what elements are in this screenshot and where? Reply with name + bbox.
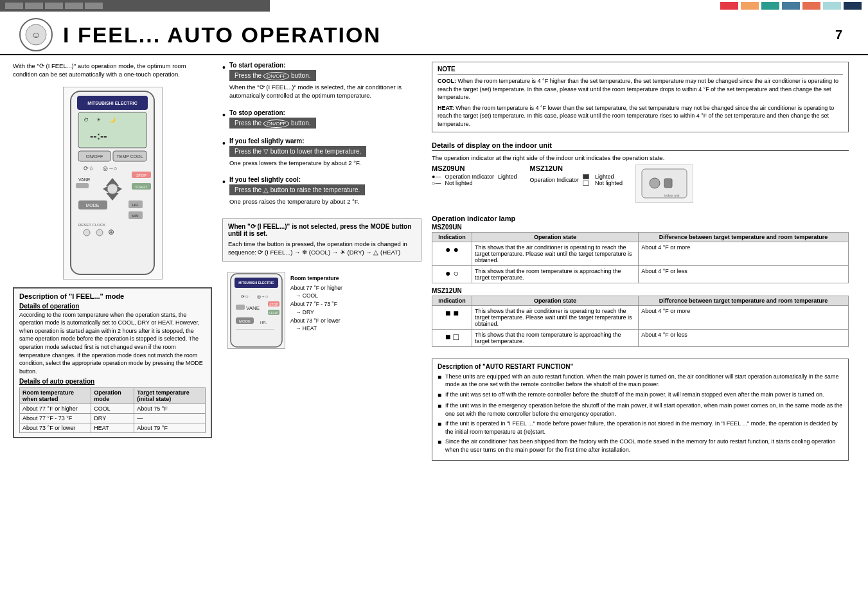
ar-bullet-icon: ■ xyxy=(438,438,441,454)
to-stop-item: • To stop operation: Press the ON/OFF bu… xyxy=(222,109,421,129)
description-box: Description of "I FEEL..." mode Details … xyxy=(13,287,212,439)
ind-09-h1: Indication xyxy=(432,232,472,242)
unit-12-row1: Lighted xyxy=(583,173,623,180)
note-box: NOTE COOL: When the room temperature is … xyxy=(432,62,849,132)
svg-text:START: START xyxy=(269,311,279,315)
indicator-table-row: ● ○This shows that the room temperature … xyxy=(432,265,849,283)
svg-text:MITSUBISHI ELECTRIC: MITSUBISHI ELECTRIC xyxy=(238,281,274,285)
op-ind-09-subtitle: MSZ09UN xyxy=(432,224,849,231)
note-cool-text: COOL: When the room temperature is 4 °F … xyxy=(438,77,843,102)
auto-restart-box: Description of "AUTO RESTART FUNCTION" ■… xyxy=(432,359,849,461)
indication-cell: ● ○ xyxy=(432,265,472,283)
note-heat-label: HEAT: xyxy=(438,105,454,111)
details-op-title: Details of operation xyxy=(19,303,206,310)
unit-12-grid: Lighted Not lighted xyxy=(583,173,623,186)
chart-arrow-cool: → COOL xyxy=(290,292,342,300)
note-cool-body: When the room temperature is 4 °F higher… xyxy=(438,78,838,100)
color-chip-teal xyxy=(761,2,779,10)
ar-item: ■These units are equipped with an auto r… xyxy=(438,373,843,389)
ar-bullet-icon: ■ xyxy=(438,402,441,418)
warm-btn-block: Press the ▽ button to lower the temperat… xyxy=(229,146,367,157)
to-start-item: • To start operation: Press the ON/OFF b… xyxy=(222,62,421,100)
op-indicator-section: Operation indicator lamp MSZ09UN Indicat… xyxy=(432,215,849,347)
remote-svg: MITSUBISHI ELECTRIC ⏱ ☀ 🌙 --:-- ON/OFF T… xyxy=(64,88,161,278)
svg-text:HR.: HR. xyxy=(132,203,139,207)
table-cell: — xyxy=(134,414,206,423)
svg-text:STOP: STOP xyxy=(136,173,146,177)
svg-rect-43 xyxy=(236,305,245,310)
header-icon: ☺ xyxy=(19,18,53,51)
top-bar-left xyxy=(0,0,270,12)
mode-box-detail: Each time the button is pressed, the ope… xyxy=(228,240,416,257)
unit-09-row2: ○— Not lighted xyxy=(432,180,517,186)
svg-point-35 xyxy=(96,229,103,236)
ind-09-h2: Operation state xyxy=(472,232,638,242)
svg-rect-54 xyxy=(664,179,672,188)
svg-text:RESET CLOCK: RESET CLOCK xyxy=(78,223,105,227)
svg-text:VANE: VANE xyxy=(246,305,260,311)
table-cell: About 79 °F xyxy=(134,423,206,433)
table-cell: About 77 °F or higher xyxy=(20,404,91,414)
middle-column: • To start operation: Press the ON/OFF b… xyxy=(222,62,421,613)
page-title: I FEEL... AUTO OPERATION xyxy=(63,22,381,48)
state-cell: This shows that the room temperature is … xyxy=(472,329,638,346)
state-cell: This shows that the air conditioner is o… xyxy=(472,242,638,265)
svg-text:MODE: MODE xyxy=(86,203,100,208)
top-bar-right xyxy=(270,0,868,12)
indication-cell: ■ ■ xyxy=(432,305,472,329)
svg-text:⏱: ⏱ xyxy=(84,117,89,123)
note-cool-label: COOL: xyxy=(438,78,456,84)
svg-rect-22 xyxy=(76,183,89,188)
op-indicator-label-09: Operation Indicator xyxy=(445,173,494,180)
ind-09-h3: Difference between target temperature an… xyxy=(639,232,849,242)
svg-point-20 xyxy=(107,184,118,194)
not-lighted-label-09: Not lighted xyxy=(445,180,472,186)
indication-cell: ■ □ xyxy=(432,329,472,346)
small-remote-img: MITSUBISHI ELECTRIC ⟳☆ ◎→○ VANE STOP STA… xyxy=(227,272,285,349)
led-lit-12 xyxy=(583,174,589,179)
unit-msz12un: MSZ12UN Operation Indicator Lighted Not … xyxy=(530,164,623,186)
diff-cell: About 4 °F or more xyxy=(639,242,849,265)
ar-item: ■If the unit was in the emergency operat… xyxy=(438,402,843,418)
svg-text:☺: ☺ xyxy=(31,30,40,40)
desc-box-title: Description of "I FEEL..." mode xyxy=(19,292,206,300)
color-chip-red xyxy=(720,2,738,10)
state-cell: This shows that the air conditioner is o… xyxy=(472,305,638,329)
lighted-label-12: Lighted xyxy=(595,173,614,180)
room-temp-chart: Room temperature About 77 °F or higher →… xyxy=(290,272,342,333)
top-bar-block-2 xyxy=(25,3,43,9)
display-intro: The operation indicator at the right sid… xyxy=(432,154,849,162)
ind-12-h1: Indication xyxy=(432,296,472,305)
auto-op-table: Room temperature when started Operation … xyxy=(19,387,206,433)
display-units: MSZ09UN ●— Operation Indicator Lighted ○… xyxy=(432,164,849,203)
svg-text:VANE: VANE xyxy=(78,177,91,182)
indicator-table-09: Indication Operation state Difference be… xyxy=(432,232,849,283)
svg-text:HR.: HR. xyxy=(260,321,267,324)
table-row: About 77 °F or higherCOOLAbout 75 °F xyxy=(20,404,206,414)
slightly-cool-item: • If you feel slightly cool: Press the △… xyxy=(222,176,421,206)
diff-cell: About 4 °F or more xyxy=(639,305,849,329)
indicator-image: indoor unit xyxy=(635,164,693,203)
diff-cell: About 4 °F or less xyxy=(639,329,849,346)
indicator-table-12: Indication Operation state Difference be… xyxy=(432,296,849,347)
ind-12-h2: Operation state xyxy=(472,296,638,305)
chart-line-1: About 77 °F or higher xyxy=(290,284,342,292)
led-off-12 xyxy=(583,181,589,186)
auto-restart-items: ■These units are equipped with an auto r… xyxy=(438,373,843,454)
unit-12-indicators: Operation Indicator Lighted Not lighted xyxy=(530,173,623,186)
unit-12-row2: Not lighted xyxy=(583,180,623,186)
to-start-label: To start operation: xyxy=(229,62,421,69)
unit-09-name: MSZ09UN xyxy=(432,164,517,172)
color-chip-lightblue xyxy=(823,2,841,10)
table-cell: About 73 °F or lower xyxy=(20,423,91,433)
top-bar-block-4 xyxy=(65,3,83,9)
svg-text:ON/OFF: ON/OFF xyxy=(86,154,103,159)
svg-text:☀: ☀ xyxy=(96,117,101,123)
ar-bullet-icon: ■ xyxy=(438,420,441,436)
mode-box-title: When "⟳ (I FEEL...)" is not selected, pr… xyxy=(228,223,416,237)
top-bar-block-5 xyxy=(85,3,103,9)
chart-line-2: About 77 °F - 73 °F xyxy=(290,300,342,308)
ind-12-h3: Difference between target temperature an… xyxy=(639,296,849,305)
svg-text:MODE: MODE xyxy=(239,319,251,323)
col-header-room: Room temperature when started xyxy=(20,388,91,404)
